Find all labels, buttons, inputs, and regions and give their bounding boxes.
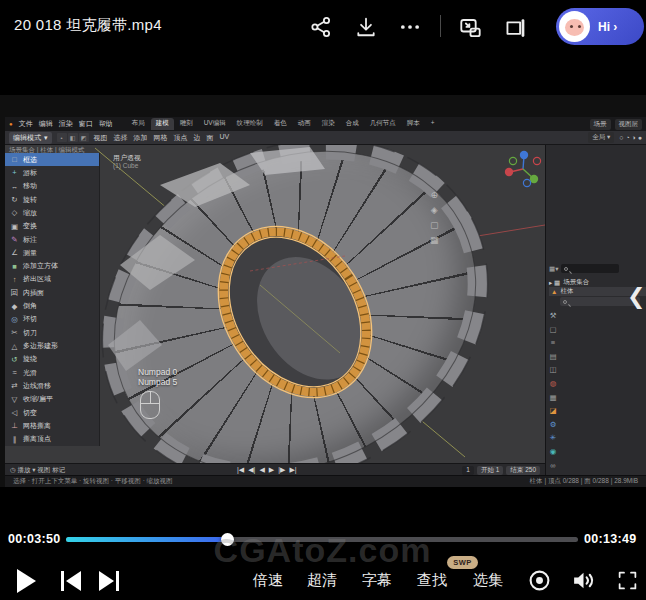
outliner-icon[interactable]: ▦▾ <box>549 265 558 273</box>
dock-window-icon[interactable] <box>503 15 527 39</box>
viewport-menu-item[interactable]: 添加 <box>134 133 148 143</box>
properties-tab-icon[interactable]: ◪ <box>549 406 556 415</box>
mode-dropdown[interactable]: 编辑模式 ▾ <box>9 132 52 144</box>
properties-tab-icon[interactable]: ∞ <box>550 461 555 470</box>
orientation-dropdown[interactable]: 全局 ▾ <box>588 132 614 143</box>
blender-menu-item[interactable]: 编辑 <box>39 119 53 129</box>
tool-item[interactable]: ◎ 环切 <box>5 313 99 326</box>
properties-tab-icon[interactable]: ✳ <box>550 433 556 442</box>
tool-item[interactable]: ∠ 测量 <box>5 246 99 259</box>
tool-item[interactable]: △ 多边形建形 <box>5 339 99 352</box>
playback-button[interactable]: ◀| <box>248 466 255 474</box>
tool-item[interactable]: ⊥ 网格撕离 <box>5 419 99 432</box>
viewport-menu-item[interactable]: UV <box>220 133 230 143</box>
viewport-menu-item[interactable]: 视图 <box>94 133 108 143</box>
tool-item[interactable]: ◇ 缩放 <box>5 206 99 219</box>
previous-button[interactable] <box>60 570 82 596</box>
view-layer-chip[interactable]: 视图层 <box>615 119 643 130</box>
properties-tab-icon[interactable]: ◉ <box>550 447 557 456</box>
viewport-side-icon[interactable]: ▢ <box>430 220 439 230</box>
workspace-tab[interactable]: 几何节点 <box>365 118 401 130</box>
play-button[interactable] <box>16 568 38 598</box>
download-icon[interactable] <box>354 15 378 39</box>
quality-button[interactable]: 超清 <box>305 571 339 590</box>
viewport-side-icon[interactable]: ◈ <box>430 205 439 215</box>
playback-button[interactable]: |▶ <box>278 466 285 474</box>
workspace-tab[interactable]: 建模 <box>151 118 174 130</box>
frame-end-field[interactable]: 结束 250 <box>506 466 540 475</box>
properties-tab-icon[interactable]: ▤ <box>549 352 556 361</box>
properties-tab-icon[interactable]: ▢ <box>549 325 556 334</box>
viewport-menu-item[interactable]: 面 <box>207 133 214 143</box>
properties-tab-icon[interactable]: ≡ <box>551 338 555 347</box>
tool-item[interactable]: ✂ 切刀 <box>5 326 99 339</box>
tool-item[interactable]: ■ 添加立方体 <box>5 260 99 273</box>
navigation-gizmo[interactable] <box>503 150 543 190</box>
shading-mode-icons[interactable]: ○ ◔ ◑ ● <box>619 134 642 141</box>
frame-start-field[interactable]: 开始 1 <box>477 466 503 475</box>
viewport-side-icon[interactable]: ▦ <box>430 235 439 245</box>
find-button[interactable]: 查找 <box>415 571 449 590</box>
tool-item[interactable]: + 游标 <box>5 166 99 179</box>
next-button[interactable] <box>98 570 120 596</box>
share-icon[interactable] <box>309 15 333 39</box>
blender-menu-item[interactable]: 窗口 <box>79 119 93 129</box>
blender-menu-item[interactable]: 帮助 <box>99 119 113 129</box>
workspace-tab[interactable]: 动画 <box>293 118 316 130</box>
playlist-drawer-toggle[interactable]: ❮ <box>627 284 645 310</box>
viewport-menu-item[interactable]: 选择 <box>114 133 128 143</box>
more-icon[interactable] <box>398 15 422 39</box>
workspace-tab[interactable]: UV编辑 <box>199 118 231 130</box>
outliner-search-input[interactable] <box>561 264 619 273</box>
blender-menu-item[interactable]: 文件 <box>19 119 33 129</box>
properties-tab-icon[interactable]: ◫ <box>549 365 556 374</box>
viewport-3d[interactable]: 场景集合 | 柱体 | 编辑模式 <box>5 145 545 463</box>
select-mode-button[interactable]: • <box>57 133 67 142</box>
viewport-menu-item[interactable]: 网格 <box>154 133 168 143</box>
tool-item[interactable]: ⇄ 边线滑移 <box>5 379 99 392</box>
playback-button[interactable]: ▶ <box>269 466 274 474</box>
workspace-tab[interactable]: 合成 <box>341 118 364 130</box>
fullscreen-icon[interactable] <box>617 570 638 595</box>
workspace-tab[interactable]: 脚本 <box>402 118 425 130</box>
workspace-tab[interactable]: 纹理绘制 <box>232 118 268 130</box>
tool-item[interactable]: ↺ 旋绕 <box>5 353 99 366</box>
tool-item[interactable]: □ 框选 <box>5 153 99 166</box>
viewport-side-icon[interactable]: ⊕ <box>430 190 439 200</box>
tool-item[interactable]: ▽ 收缩/扁平 <box>5 393 99 406</box>
workspace-tab[interactable]: 着色 <box>269 118 292 130</box>
properties-tab-icon[interactable]: ⚒ <box>550 311 557 320</box>
frame-field[interactable]: 1 <box>462 466 474 475</box>
tool-item[interactable]: ◆ 倒角 <box>5 299 99 312</box>
viewport-menu-item[interactable]: 顶点 <box>174 133 188 143</box>
playback-button[interactable]: ▶| <box>289 466 296 474</box>
playback-button[interactable]: ◀ <box>259 466 264 474</box>
select-mode-button[interactable]: ◩ <box>79 133 89 142</box>
tool-item[interactable]: ◁ 切变 <box>5 406 99 419</box>
viewport-menu-item[interactable]: 边 <box>194 133 201 143</box>
episodes-button[interactable]: 选集 <box>471 571 505 590</box>
tool-item[interactable]: ↔ 移动 <box>5 180 99 193</box>
playback-button[interactable]: |◀ <box>237 466 244 474</box>
speed-button[interactable]: 倍速 <box>251 571 285 590</box>
tool-item[interactable]: ≈ 光滑 <box>5 366 99 379</box>
account-pill[interactable]: Hi › <box>556 8 644 45</box>
record-target-icon[interactable] <box>528 569 551 596</box>
tool-item[interactable]: 回 内插面 <box>5 286 99 299</box>
outliner-row-collection[interactable]: ▸ ▦ 场景集合 <box>549 278 589 287</box>
subtitle-button[interactable]: 字幕 <box>360 571 394 590</box>
properties-tab-icon[interactable]: ⚙ <box>550 420 557 429</box>
properties-tab-icon[interactable]: ▦ <box>549 393 556 402</box>
picture-in-picture-icon[interactable] <box>458 15 482 39</box>
timeline-menus[interactable]: ◷ 播放 ▾ 视图 标记 <box>10 466 65 475</box>
workspace-tab[interactable]: 布局 <box>127 118 150 130</box>
blender-menu-item[interactable]: 渲染 <box>59 119 73 129</box>
video-frame[interactable]: ● 文件编辑渲染窗口帮助 布局建模雕刻UV编辑纹理绘制着色动画渲染合成几何节点脚… <box>0 95 646 487</box>
workspace-tab[interactable]: 雕刻 <box>175 118 198 130</box>
select-mode-button[interactable]: ◧ <box>68 133 78 142</box>
properties-tab-icon[interactable]: ◍ <box>550 379 557 388</box>
scene-chip[interactable]: 场景 <box>590 119 611 130</box>
tool-item[interactable]: ↑ 挤出区域 <box>5 273 99 286</box>
tool-item[interactable]: ✎ 标注 <box>5 233 99 246</box>
volume-icon[interactable] <box>571 568 596 597</box>
